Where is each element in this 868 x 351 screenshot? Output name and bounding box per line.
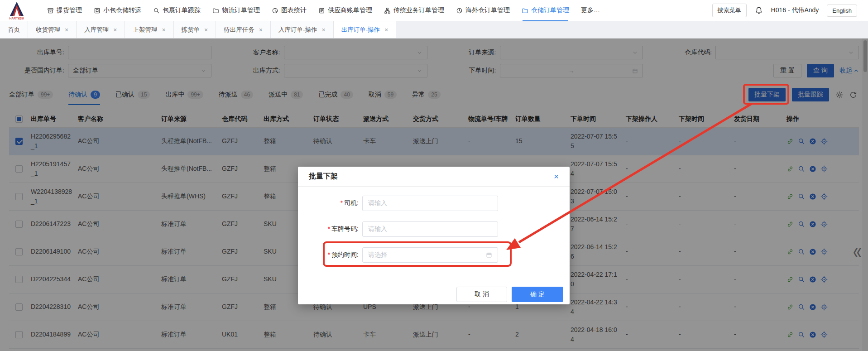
nav-item[interactable]: 海外仓订单管理 xyxy=(456,0,510,21)
warehouse-folder-icon xyxy=(522,7,528,14)
page-tab[interactable]: 待出库任务× xyxy=(216,21,271,38)
page-tab-label: 首页 xyxy=(8,26,20,34)
page-tab[interactable]: 出库订单-操作× xyxy=(334,21,397,38)
modal-title: 批量下架 xyxy=(309,172,338,181)
page-tab[interactable]: 首页 xyxy=(0,21,28,38)
nav-item[interactable]: 供应商账单管理 xyxy=(318,0,372,21)
nav-item-label: 提货管理 xyxy=(57,6,82,14)
plate-number-placeholder: 请输入 xyxy=(368,225,387,233)
tab-close-icon[interactable]: × xyxy=(65,27,68,33)
org-nodes-icon xyxy=(384,7,391,14)
nav-item-label: 包裹订单跟踪 xyxy=(163,6,201,14)
tab-close-icon[interactable]: × xyxy=(113,27,117,33)
app-logo: HART精琢 xyxy=(8,1,25,20)
nav-item[interactable]: 传统业务订单管理 xyxy=(384,0,444,21)
search-menu-button[interactable]: 搜索菜单 xyxy=(712,4,747,17)
nav-item[interactable]: 包裹订单跟踪 xyxy=(153,0,201,21)
nav-more-label: 更多… xyxy=(581,6,600,14)
tab-close-icon[interactable]: × xyxy=(321,27,325,33)
page-tab-label: 入库管理 xyxy=(84,26,109,34)
appointment-time-label: *预约时间: xyxy=(298,251,359,259)
nav-item-label: 物流订单管理 xyxy=(222,6,260,14)
driver-label: *司机: xyxy=(298,199,359,207)
tab-close-icon[interactable]: × xyxy=(204,27,208,33)
nav-item-label: 供应商账单管理 xyxy=(328,6,372,14)
driver-placeholder: 请输入 xyxy=(368,199,387,207)
nav-item-label: 仓储订单管理 xyxy=(531,6,569,14)
nav-item-label: 小包仓储转运 xyxy=(103,6,141,14)
plate-number-label: *车牌号码: xyxy=(298,225,359,233)
language-switch-button[interactable]: English xyxy=(827,5,857,17)
nav-item[interactable]: 提货管理 xyxy=(47,0,82,21)
nav-item[interactable]: 图表统计 xyxy=(272,0,307,21)
nav-item[interactable]: 仓储订单管理 xyxy=(522,0,569,21)
page-tab-label: 上架管理 xyxy=(133,26,157,34)
required-mark: * xyxy=(328,225,330,232)
page-tab-label: 拣货单 xyxy=(182,26,200,34)
pickup-box-icon xyxy=(47,7,54,14)
nav-item[interactable]: 小包仓储转运 xyxy=(94,0,141,21)
page-tab-label: 出库订单-操作 xyxy=(341,26,380,34)
page-tab-label: 收货管理 xyxy=(36,26,60,34)
page-tab-label: 待出库任务 xyxy=(224,26,254,34)
tab-close-icon[interactable]: × xyxy=(162,27,165,33)
driver-input[interactable]: 请输入 xyxy=(362,196,498,211)
page-tab[interactable]: 收货管理× xyxy=(28,21,77,38)
nav-item-label: 海外仓订单管理 xyxy=(465,6,510,14)
appointment-time-picker[interactable]: 请选择 xyxy=(362,247,498,263)
nav-item[interactable]: 物流订单管理 xyxy=(212,0,260,21)
package-search-icon xyxy=(153,7,160,14)
page-tab[interactable]: 上架管理× xyxy=(125,21,173,38)
calendar-icon xyxy=(486,252,492,258)
required-mark: * xyxy=(328,251,330,258)
plate-number-input[interactable]: 请输入 xyxy=(362,221,498,237)
modal-close-icon[interactable]: × xyxy=(554,172,559,181)
batch-unshelve-modal: 批量下架 × *司机: 请输入 *车牌号码: 请输入 *预约时间: 请选择 取 … xyxy=(298,167,570,304)
svg-text:HART精琢: HART精琢 xyxy=(10,17,24,20)
notification-bell-icon[interactable] xyxy=(755,6,763,14)
page-tab-label: 入库订单-操作 xyxy=(278,26,317,34)
tab-close-icon[interactable]: × xyxy=(384,27,388,33)
cancel-button[interactable]: 取 消 xyxy=(456,287,507,302)
pie-chart-icon xyxy=(272,7,278,14)
parcel-box-icon xyxy=(94,7,101,14)
logistics-folder-icon xyxy=(212,7,219,14)
required-mark: * xyxy=(340,199,343,207)
appointment-time-placeholder: 请选择 xyxy=(368,251,387,259)
top-nav: HART精琢 提货管理小包仓储转运包裹订单跟踪物流订单管理图表统计供应商账单管理… xyxy=(0,0,868,21)
page-tab[interactable]: 拣货单× xyxy=(174,21,216,38)
clock-globe-icon xyxy=(456,7,463,14)
nav-item-label: 传统业务订单管理 xyxy=(393,6,444,14)
page-tab[interactable]: 入库管理× xyxy=(77,21,125,38)
user-account[interactable]: H016 - 代伟Andy xyxy=(771,6,819,14)
nav-item-label: 图表统计 xyxy=(281,6,307,14)
page-tab[interactable]: 入库订单-操作× xyxy=(271,21,334,38)
nav-more[interactable]: 更多… xyxy=(581,0,600,21)
bill-calendar-icon xyxy=(318,7,325,14)
page-tabs: 首页收货管理×入库管理×上架管理×拣货单×待出库任务×入库订单-操作×出库订单-… xyxy=(0,21,868,38)
tab-close-icon[interactable]: × xyxy=(259,27,263,33)
nav-menu: 提货管理小包仓储转运包裹订单跟踪物流订单管理图表统计供应商账单管理传统业务订单管… xyxy=(47,0,581,21)
confirm-button[interactable]: 确 定 xyxy=(512,287,563,302)
